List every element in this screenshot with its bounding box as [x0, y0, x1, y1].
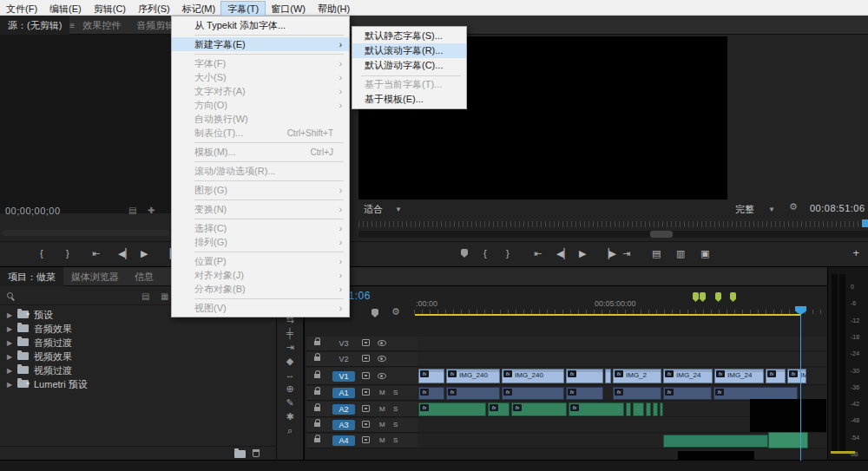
solo-button[interactable]: S	[393, 421, 398, 428]
extract-icon[interactable]: ▥	[676, 248, 685, 259]
play-icon[interactable]: ▶	[579, 248, 586, 259]
out-point-icon[interactable]: }	[66, 248, 69, 258]
submenu-item[interactable]: 默认滚动字幕(R)...	[352, 43, 466, 58]
program-time-ruler[interactable]	[358, 221, 868, 227]
fit-select[interactable]: 适合	[364, 203, 383, 216]
clip-A4[interactable]	[663, 435, 768, 448]
work-area-bar[interactable]	[415, 314, 800, 316]
track-header-V1[interactable]: V1	[306, 368, 418, 385]
clip-A1[interactable]: fx	[446, 387, 500, 400]
submenu-item[interactable]: 默认静态字幕(S)...	[352, 29, 466, 43]
track-header-A1[interactable]: A1MS	[306, 386, 418, 401]
clip-V1[interactable]: fx	[766, 369, 786, 383]
sequence-marker-icon[interactable]	[693, 292, 699, 302]
clip-A2[interactable]: fx	[418, 402, 486, 416]
icon-view-icon[interactable]: ▤	[141, 291, 149, 301]
quality-select[interactable]: 完整	[735, 203, 754, 216]
menubar-item-序列(S)[interactable]: 序列(S)	[132, 2, 176, 17]
step-back-icon[interactable]: ◀▏	[556, 248, 571, 259]
clip-A1[interactable]: fx	[663, 387, 712, 400]
bin-row-音频过渡[interactable]: ▶音频过渡	[0, 335, 276, 349]
clip-V1[interactable]: fxIMG_240	[446, 369, 500, 383]
bin-row-视频效果[interactable]: ▶视频效果	[0, 349, 276, 363]
delete-icon[interactable]	[253, 449, 260, 457]
bin-row-视频过渡[interactable]: ▶视频过渡	[0, 363, 276, 376]
clip-V1[interactable]: fxIMG_240	[502, 369, 564, 383]
source-zoom-scrollbar[interactable]	[3, 230, 169, 236]
track-target-V1[interactable]: V1	[332, 371, 355, 382]
menubar-item-剪辑(C)[interactable]: 剪辑(C)	[88, 2, 132, 17]
title-menu-item[interactable]: 新建字幕(E)›	[172, 37, 349, 51]
clip-V1[interactable]: fxIMG_2	[613, 369, 661, 383]
lock-icon[interactable]	[314, 357, 320, 361]
clip-A1[interactable]: fx	[613, 387, 661, 400]
clip-A1[interactable]: fx	[713, 387, 798, 400]
step-back-icon[interactable]: ◀▏	[118, 248, 133, 259]
project-tab[interactable]: 信息	[127, 267, 161, 286]
sync-lock-icon[interactable]	[362, 389, 370, 396]
go-to-in-icon[interactable]: ⇤	[92, 248, 100, 259]
zoom-tool-icon[interactable]: ⌕	[277, 425, 303, 436]
out-point-icon[interactable]: }	[506, 248, 510, 258]
clip-V1[interactable]: fx	[566, 369, 603, 383]
rolling-edit-tool-icon[interactable]: ╪	[277, 328, 303, 338]
lock-icon[interactable]	[314, 374, 320, 378]
in-point-icon[interactable]: {	[483, 248, 487, 258]
razor-tool-icon[interactable]: ◆	[277, 356, 303, 367]
button-editor-icon[interactable]: ✚	[148, 206, 155, 215]
clip-A2[interactable]	[653, 402, 658, 416]
project-tab[interactable]: 项目：做菜	[0, 267, 63, 286]
solo-button[interactable]: S	[393, 436, 398, 444]
submenu-item[interactable]: 默认游动字幕(C)...	[352, 58, 466, 73]
timeline-settings-icon[interactable]: ⚙	[391, 306, 400, 317]
settings-icon[interactable]: ▤	[128, 206, 136, 215]
lock-icon[interactable]	[314, 422, 320, 427]
sync-lock-icon[interactable]	[362, 421, 370, 428]
clip-V1[interactable]: fxIMG_24	[663, 369, 713, 383]
pen-tool-icon[interactable]: ✎	[277, 397, 303, 409]
slip-tool-icon[interactable]: ↔	[277, 370, 303, 380]
mute-button[interactable]: M	[379, 405, 385, 413]
program-scrollbar[interactable]	[358, 231, 868, 238]
solo-button[interactable]: S	[393, 389, 398, 396]
bin-row-音频效果[interactable]: ▶音频效果	[0, 321, 276, 335]
rate-stretch-tool-icon[interactable]: ⇥	[277, 342, 303, 353]
sync-lock-icon[interactable]	[362, 405, 370, 412]
track-header-A3[interactable]: A3MS	[306, 418, 418, 433]
step-forward-icon[interactable]: ▕▶	[602, 248, 616, 259]
add-marker-icon[interactable]	[461, 249, 468, 258]
clip-A1[interactable]: fx	[418, 387, 444, 400]
clip-V1[interactable]	[605, 369, 611, 383]
source-tab[interactable]: 效果控件	[75, 16, 128, 35]
track-target-V3[interactable]: V3	[332, 338, 355, 349]
sync-lock-icon[interactable]	[362, 436, 370, 443]
track-target-A3[interactable]: A3	[332, 420, 355, 430]
add-button[interactable]: +	[852, 246, 859, 259]
clip-A4[interactable]	[768, 432, 808, 448]
slide-tool-icon[interactable]: ⊕	[277, 383, 303, 395]
track-content-V3[interactable]	[418, 337, 828, 351]
program-playhead[interactable]	[862, 219, 868, 227]
wrench-icon[interactable]: ⚙	[789, 201, 798, 213]
disclosure-triangle-icon[interactable]: ▶	[7, 378, 17, 392]
project-tab[interactable]: 媒体浏览器	[63, 267, 127, 286]
program-scrollbar-thumb[interactable]	[650, 231, 673, 238]
source-tab[interactable]: 源：(无剪辑)	[0, 16, 69, 35]
lock-icon[interactable]	[314, 390, 320, 395]
clip-A2[interactable]	[646, 402, 651, 416]
submenu-item[interactable]: 基于模板(E)...	[352, 92, 466, 107]
sequence-marker-icon[interactable]	[700, 292, 706, 302]
menubar-item-文件(F)[interactable]: 文件(F)	[0, 2, 43, 17]
lock-icon[interactable]	[314, 438, 320, 442]
clip-V1[interactable]: fx	[418, 369, 444, 383]
lock-icon[interactable]	[314, 407, 320, 411]
go-to-out-icon[interactable]: ⇥	[622, 248, 630, 259]
new-bin-icon[interactable]	[234, 450, 246, 458]
clip-V1[interactable]: fxIMG	[787, 369, 806, 383]
sequence-marker-icon[interactable]	[730, 292, 736, 302]
clip-A2[interactable]	[633, 402, 644, 416]
mute-button[interactable]: M	[379, 421, 385, 428]
track-header-A2[interactable]: A2MS	[306, 402, 418, 417]
play-icon[interactable]: ▶	[141, 248, 148, 259]
eye-icon[interactable]	[378, 340, 386, 346]
